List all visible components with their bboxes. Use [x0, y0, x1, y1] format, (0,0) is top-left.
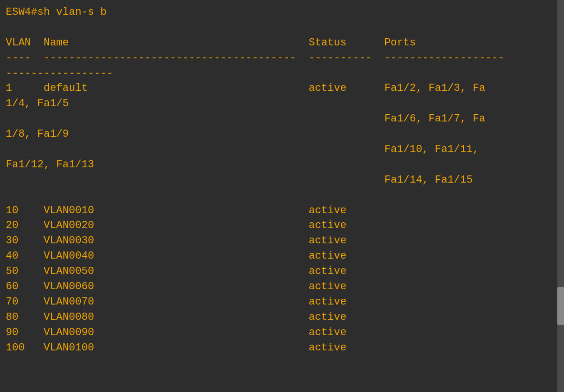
terminal-window[interactable]: ESW4#sh vlan-s b VLAN Name Status Ports … [0, 0, 564, 392]
scrollbar-thumb[interactable] [557, 287, 564, 325]
terminal-content: ESW4#sh vlan-s b VLAN Name Status Ports … [6, 5, 558, 355]
scrollbar[interactable] [557, 0, 564, 392]
